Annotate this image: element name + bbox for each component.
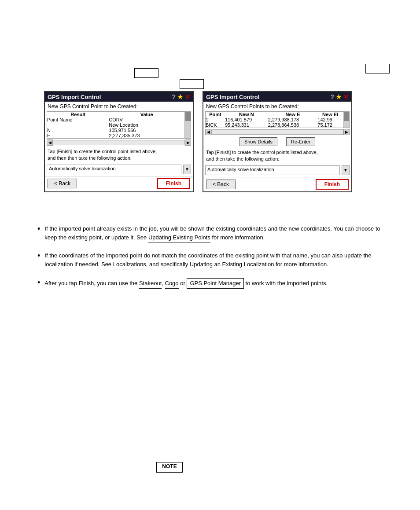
bullet-2: • If the coordinates of the imported poi… — [37, 251, 394, 269]
scrollbar-thumb — [185, 112, 191, 121]
col-new-n: New N — [225, 112, 268, 117]
col-new-el: New El — [317, 112, 343, 117]
dialog-1-desc-line1: Tap [Finish] to create the control point… — [48, 149, 157, 154]
scroll-track — [53, 140, 185, 145]
scroll-left-arrow[interactable]: ◀ — [47, 139, 53, 146]
dialog-2-mid-buttons: Show Details Re-Enter — [203, 136, 351, 147]
table-row: N 105,971.566 — [47, 128, 184, 133]
link-localizations[interactable]: Localizations — [113, 260, 146, 270]
bullet-2-text: If the coordinates of the imported point… — [44, 251, 394, 269]
dialog-2-icons: ? ★ ✕ — [330, 93, 349, 100]
dialog-2-desc: Tap [Finish] to create the control point… — [203, 147, 351, 165]
star-icon-2[interactable]: ★ — [336, 93, 342, 100]
dialog-2-subtitle: New GPS Control Points to be Created: — [203, 102, 351, 111]
dialog-2-buttons: < Back Finish — [203, 177, 351, 191]
close-icon-2[interactable]: ✕ — [343, 93, 349, 100]
table-row: BICK 95,243.331 2,278,864.538 75.172 — [206, 122, 343, 128]
float-box-3 — [365, 64, 390, 73]
content-area: • If the imported point already exists i… — [37, 224, 394, 297]
dialog-2-desc-line1: Tap [Finish] to create the control point… — [206, 150, 318, 155]
help-icon[interactable]: ? — [172, 93, 176, 100]
bullet-dot-2: • — [37, 251, 40, 261]
bottom-box-note: NOTE — [156, 462, 183, 473]
dialog-container: GPS Import Control ? ★ ✕ New GPS Control… — [44, 91, 352, 192]
link-stakeout[interactable]: Stakeout — [139, 279, 162, 289]
horizontal-scrollbar[interactable]: ◀ ▶ — [47, 139, 191, 146]
close-icon[interactable]: ✕ — [185, 93, 190, 100]
col-new-e: New E — [268, 112, 318, 117]
link-updating-localization[interactable]: Updating an Existing Localization — [190, 260, 274, 270]
horizontal-scrollbar-2[interactable]: ◀ ▶ — [205, 129, 350, 135]
gps-point-manager-btn[interactable]: GPS Point Manager — [187, 278, 244, 289]
link-updating-existing[interactable]: Updating Existing Points — [148, 233, 210, 243]
bullet-dot-3: • — [37, 278, 40, 287]
reenter-button[interactable]: Re-Enter — [286, 137, 315, 146]
dialog-1-icons: ? ★ ✕ — [172, 93, 190, 100]
bullet-dot-1: • — [37, 224, 40, 234]
col-point: Point — [206, 112, 225, 117]
col-value: Value — [109, 112, 184, 117]
dialog-2-table: Point New N New E New El 1 116,401.579 2… — [205, 111, 350, 128]
dropdown-arrow[interactable]: ▼ — [183, 165, 191, 174]
dialog-1-title: GPS Import Control — [48, 94, 101, 100]
finish-button[interactable]: Finish — [157, 178, 190, 189]
dialog-2-desc-line2: and then take the following action: — [206, 156, 279, 161]
dialog-1-titlebar: GPS Import Control ? ★ ✕ — [45, 92, 193, 102]
dialog-2-titlebar: GPS Import Control ? ★ ✕ — [203, 92, 351, 102]
finish-button-2[interactable]: Finish — [316, 179, 349, 190]
dialog-1-desc-line2: and then then take the following action: — [48, 155, 132, 161]
dialog-2-dropdown[interactable]: Automatically solve localization — [205, 165, 340, 175]
scrollbar-thumb-2 — [344, 112, 349, 121]
dropdown-arrow-2[interactable]: ▼ — [342, 165, 350, 175]
bullet-1-text: If the imported point already exists in … — [44, 224, 394, 242]
float-box-2 — [180, 79, 204, 89]
table-row: New Location — [47, 122, 184, 128]
table-row: E 2,277,335.373 — [47, 133, 184, 138]
link-cogo[interactable]: Cogo — [165, 279, 179, 289]
scroll-right-arrow-2[interactable]: ▶ — [343, 129, 350, 135]
dialog-1-subtitle: New GPS Control Point to be Created: — [45, 102, 193, 111]
dialog-1-desc: Tap [Finish] to create the control point… — [45, 147, 193, 164]
help-icon-2[interactable]: ? — [330, 93, 334, 100]
show-details-button[interactable]: Show Details — [239, 137, 277, 146]
table-row: 1 116,401.579 2,279,988.178 142.99 — [206, 117, 343, 122]
dialog-1-dropdown-row: Automatically solve localization ▼ — [47, 165, 191, 174]
dialog-2-dropdown-row: Automatically solve localization ▼ — [205, 165, 350, 175]
vertical-scrollbar-2[interactable] — [343, 112, 349, 128]
dialog-1-table: Result Value Point Name CORV New Locatio… — [47, 111, 191, 139]
scroll-left-arrow-2[interactable]: ◀ — [205, 129, 211, 135]
dialog-1-buttons: < Back Finish — [45, 176, 193, 191]
dialog-2: GPS Import Control ? ★ ✕ New GPS Control… — [203, 91, 352, 192]
bullet-3-text: After you tap Finish, you can use the St… — [44, 278, 328, 289]
dialog-1: GPS Import Control ? ★ ✕ New GPS Control… — [44, 91, 194, 192]
back-button[interactable]: < Back — [48, 179, 77, 188]
dialog-2-title: GPS Import Control — [206, 94, 259, 100]
float-box-1 — [134, 68, 158, 78]
bullet-1: • If the imported point already exists i… — [37, 224, 394, 242]
vertical-scrollbar[interactable] — [184, 112, 191, 138]
star-icon[interactable]: ★ — [177, 93, 183, 100]
scroll-track-2 — [211, 129, 343, 135]
col-result: Result — [47, 112, 109, 117]
scroll-right-arrow[interactable]: ▶ — [185, 139, 191, 146]
dialog-1-dropdown[interactable]: Automatically solve localization — [47, 165, 181, 174]
note-label: NOTE — [157, 462, 182, 470]
bullet-3: • After you tap Finish, you can use the … — [37, 278, 394, 289]
table-row: Point Name CORV — [47, 117, 184, 122]
back-button-2[interactable]: < Back — [206, 180, 236, 189]
